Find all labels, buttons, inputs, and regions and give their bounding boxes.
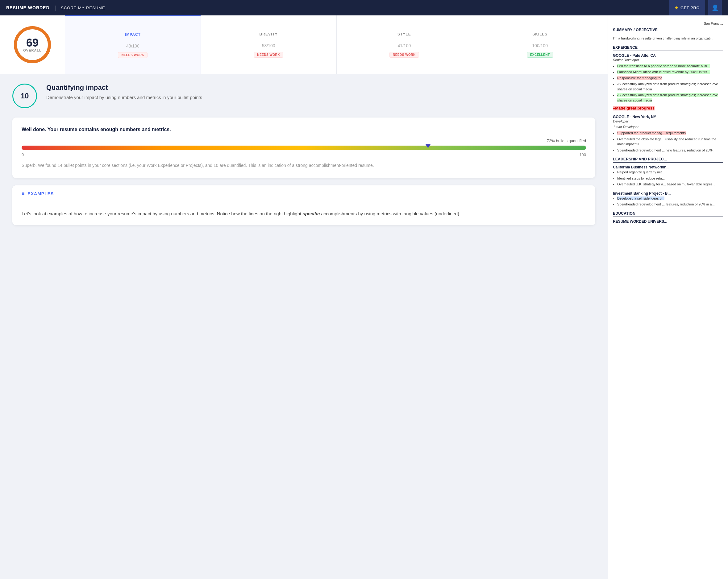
leadership-1-company: California Business Networkin...	[613, 165, 723, 169]
resume-location: San Franci...	[613, 22, 723, 25]
strikethrough-text: –Made great progress	[613, 106, 723, 110]
progress-triangle-icon	[425, 144, 431, 148]
style-badge: NEEDS WORK	[389, 52, 419, 58]
impact-circle: 10	[12, 84, 37, 108]
job-2-role1: Developer	[613, 120, 723, 123]
top-navigation: RESUME WORDED | SCORE MY RESUME ★ GET PR…	[0, 0, 728, 16]
experience-title: EXPERIENCE	[613, 45, 723, 51]
category-brevity[interactable]: BREVITY 58/100 NEEDS WORK	[201, 16, 336, 74]
education-title: EDUCATION	[613, 211, 723, 217]
skills-score: 100/100	[532, 40, 548, 49]
brevity-score: 58/100	[262, 40, 275, 49]
brevity-name: BREVITY	[260, 32, 278, 36]
style-score: 41/100	[397, 40, 411, 49]
job-2-role2: Junior Developer	[613, 125, 723, 129]
bullet-item: Led the transition to a paperle safer an…	[617, 63, 723, 69]
job-2-block: GOOGLE - New York, NY Developer Junior D…	[613, 115, 723, 153]
summary-text: I'm a hardworking, results-driven challe…	[613, 36, 723, 41]
category-skills[interactable]: SKILLS 100/100 EXCELLENT	[472, 16, 608, 74]
axis-max: 100	[579, 152, 586, 157]
brand-name: RESUME WORDED	[6, 5, 50, 10]
bullet-item: Overhauled U.K. strategy for a... based …	[617, 182, 723, 187]
examples-header: ≡ EXAMPLES	[12, 185, 595, 202]
progress-label: 72% bullets quantified	[22, 138, 586, 143]
nav-right: ★ GET PRO 👤	[669, 0, 722, 16]
impact-badge: NEEDS WORK	[118, 52, 148, 58]
overall-score-circle: 69 OVERALL	[12, 25, 52, 65]
score-header: 69 OVERALL IMPACT 43/100 NEEDS WORK BREV…	[0, 16, 608, 74]
job-1-company: GOOGLE - Palo Alto, CA	[613, 53, 723, 58]
bullet-text-green: Launched Miami office with le office rev…	[617, 70, 710, 74]
leadership-title: LEADERSHIP AND PROJEC...	[613, 157, 723, 163]
progress-bar-track	[22, 146, 586, 150]
skills-badge: EXCELLENT	[527, 52, 553, 58]
leadership-2-bullets: Developed a sell-side ideas p... Spearhe…	[617, 196, 723, 207]
job-1-block: GOOGLE - Palo Alto, CA Senior Developer …	[613, 53, 723, 111]
superb-text: Superb. We found 14 bullet points in you…	[22, 162, 586, 169]
examples-title: EXAMPLES	[27, 191, 54, 196]
overall-score-number: 69	[23, 37, 42, 48]
bullet-item: Developed a sell-side ideas p...	[617, 196, 723, 201]
job-1-role: Senior Developer	[613, 58, 723, 62]
star-icon: ★	[675, 5, 679, 10]
impact-name: IMPACT	[125, 32, 141, 37]
bullet-item: -Successfully analyzed data from product…	[617, 93, 723, 103]
nav-left: RESUME WORDED | SCORE MY RESUME	[6, 5, 105, 11]
summary-title: SUMMARY / OBJECTIVE	[613, 28, 723, 33]
overall-score-text: 69 OVERALL	[23, 37, 42, 52]
nav-divider: |	[55, 5, 56, 11]
bullet-text-green: Led the transition to a paperle safer an…	[617, 64, 710, 68]
user-profile-button[interactable]: 👤	[708, 0, 722, 16]
impact-score: 43/100	[126, 40, 139, 50]
bullet-text-green: -Successfully analyzed data from product…	[617, 93, 718, 102]
category-scores: IMPACT 43/100 NEEDS WORK BREVITY 58/100 …	[65, 16, 608, 74]
bullet-text-blue: Developed a sell-side ideas p...	[617, 196, 665, 200]
skills-name: SKILLS	[532, 32, 547, 36]
bullet-text-red: Supported the product manag... requireme…	[617, 131, 686, 135]
axis-min: 0	[22, 152, 24, 157]
leadership-1-bullets: Helped organize quarterly net... Identif…	[617, 170, 723, 187]
bullet-item: Spearheaded redevelopment ... new featur…	[617, 148, 723, 153]
progress-indicator	[425, 144, 431, 148]
well-done-text: Well done. Your resume contains enough n…	[22, 127, 586, 132]
bullet-item: -Successfully analyzed data from product…	[617, 81, 723, 91]
brevity-badge: NEEDS WORK	[254, 52, 283, 58]
bullet-item: Supported the product manag... requireme…	[617, 130, 723, 136]
bullet-text-red: Responsible for managing the	[617, 76, 662, 80]
progress-card: Well done. Your resume contains enough n…	[12, 117, 595, 178]
examples-body: Let's look at examples of how to increas…	[12, 202, 595, 225]
overall-label: OVERALL	[23, 48, 42, 52]
progress-axis: 0 100	[22, 152, 586, 157]
nav-score-my-resume: SCORE MY RESUME	[61, 5, 105, 10]
get-pro-label: GET PRO	[680, 5, 700, 10]
examples-text: Let's look at examples of how to increas…	[22, 210, 586, 218]
overall-score-section: 69 OVERALL	[0, 16, 65, 74]
bullet-item: Spearheaded redevelopment ... features, …	[617, 202, 723, 207]
bullet-item: Launched Miami office with le office rev…	[617, 70, 723, 75]
main-layout: 69 OVERALL IMPACT 43/100 NEEDS WORK BREV…	[0, 16, 728, 579]
resume-preview-panel: San Franci... SUMMARY / OBJECTIVE I'm a …	[608, 16, 728, 579]
left-panel: 69 OVERALL IMPACT 43/100 NEEDS WORK BREV…	[0, 16, 608, 579]
quantifying-section: 10 Quantifying impact Demonstrate your i…	[12, 84, 595, 108]
user-icon: 👤	[712, 4, 719, 11]
job-2-company: GOOGLE - New York, NY	[613, 115, 723, 119]
leadership-2-block: Investment Banking Project - B... Develo…	[613, 191, 723, 207]
examples-card: ≡ EXAMPLES Let's look at examples of how…	[12, 185, 595, 225]
bullet-item: Responsible for managing the	[617, 76, 723, 81]
category-impact[interactable]: IMPACT 43/100 NEEDS WORK	[65, 16, 201, 74]
bullet-item: Helped organize quarterly net...	[617, 170, 723, 175]
quantifying-description: Demonstrate your impact by using numbers…	[46, 94, 202, 101]
content-area: 10 Quantifying impact Demonstrate your i…	[0, 74, 608, 234]
leadership-1-block: California Business Networkin... Helped …	[613, 165, 723, 187]
style-name: STYLE	[397, 32, 411, 36]
examples-list-icon: ≡	[22, 191, 24, 196]
bullet-item: Overhauled the obsolete lega... usabilit…	[617, 137, 723, 147]
bullet-item: Identified steps to reduce retu...	[617, 176, 723, 181]
quantifying-title: Quantifying impact	[46, 84, 202, 91]
job-1-bullets: Led the transition to a paperle safer an…	[617, 63, 723, 103]
education-school: RESUME WORDED UNIVERS...	[613, 219, 723, 223]
leadership-2-company: Investment Banking Project - B...	[613, 191, 723, 195]
category-style[interactable]: STYLE 41/100 NEEDS WORK	[336, 16, 472, 74]
job-2-bullets: Supported the product manag... requireme…	[617, 130, 723, 153]
get-pro-button[interactable]: ★ GET PRO	[669, 0, 705, 16]
